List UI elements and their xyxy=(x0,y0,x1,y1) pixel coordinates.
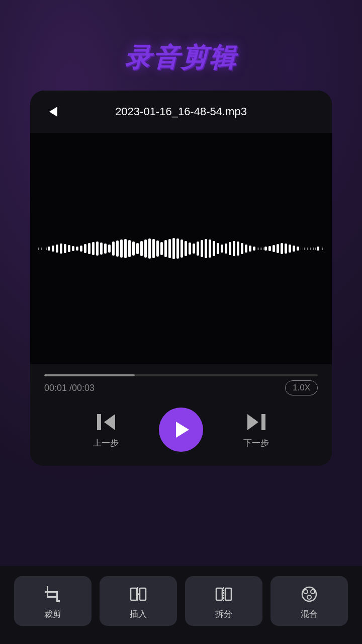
play-icon xyxy=(176,422,189,438)
time-display: 00:01 /00:03 xyxy=(44,383,95,393)
svg-rect-9 xyxy=(56,600,60,602)
file-name: 2023-01-16_16-48-54.mp3 xyxy=(62,105,300,118)
crop-icon xyxy=(44,585,62,603)
progress-fill xyxy=(44,374,135,376)
waveform-visual xyxy=(38,228,324,269)
tool-mix-button[interactable]: 混合 xyxy=(270,576,348,626)
speed-button[interactable]: 1.0X xyxy=(285,380,318,395)
back-icon xyxy=(49,107,57,117)
next-step-button[interactable]: 下一步 xyxy=(243,411,269,449)
svg-rect-3 xyxy=(261,414,265,430)
tool-insert-button[interactable]: 插入 xyxy=(100,576,177,626)
svg-rect-11 xyxy=(140,588,146,600)
back-button[interactable] xyxy=(44,103,62,121)
svg-rect-14 xyxy=(216,588,222,600)
page-title: 录音剪辑 xyxy=(0,0,362,91)
playback-controls: 上一步 下一步 xyxy=(44,408,318,452)
prev-icon xyxy=(95,411,117,433)
svg-rect-8 xyxy=(45,591,48,593)
mix-icon xyxy=(300,585,318,603)
progress-bar-container[interactable] xyxy=(44,374,318,376)
prev-step-button[interactable]: 上一步 xyxy=(93,411,119,449)
play-button[interactable] xyxy=(159,408,203,452)
next-icon xyxy=(245,411,267,433)
svg-rect-1 xyxy=(97,414,101,430)
svg-point-19 xyxy=(311,590,315,594)
player-inner: 2023-01-16_16-48-54.mp3 00:01 /00:03 1.0… xyxy=(30,91,332,466)
next-label: 下一步 xyxy=(243,437,269,449)
split-icon xyxy=(215,585,233,603)
tool-crop-button[interactable]: 裁剪 xyxy=(14,576,92,626)
svg-marker-0 xyxy=(104,414,115,430)
split-label: 拆分 xyxy=(215,608,232,620)
time-speed-row: 00:01 /00:03 1.0X xyxy=(44,380,318,395)
bottom-toolbar: 裁剪 插入 拆分 xyxy=(0,566,362,644)
svg-point-18 xyxy=(304,590,308,594)
prev-label: 上一步 xyxy=(93,437,119,449)
tool-split-button[interactable]: 拆分 xyxy=(185,576,262,626)
waveform-area xyxy=(30,133,332,364)
insert-label: 插入 xyxy=(130,608,147,620)
player-header: 2023-01-16_16-48-54.mp3 xyxy=(30,91,332,133)
controls-section: 00:01 /00:03 1.0X 上一步 xyxy=(30,364,332,466)
crop-label: 裁剪 xyxy=(44,608,61,620)
svg-rect-15 xyxy=(225,588,231,600)
svg-marker-2 xyxy=(247,414,258,430)
progress-track xyxy=(44,374,318,376)
svg-rect-7 xyxy=(48,591,56,593)
svg-rect-5 xyxy=(47,596,58,598)
mix-label: 混合 xyxy=(301,608,318,620)
insert-icon xyxy=(129,585,147,603)
svg-point-20 xyxy=(307,595,311,599)
player-card: 2023-01-16_16-48-54.mp3 00:01 /00:03 1.0… xyxy=(30,91,332,466)
